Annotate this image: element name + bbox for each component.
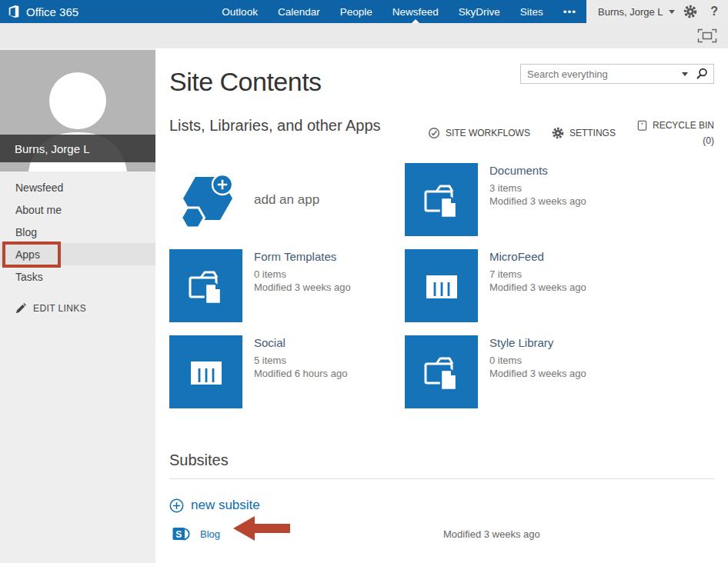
office-logo-icon — [7, 5, 21, 18]
suite-nav-label: SkyDrive — [459, 6, 500, 18]
tile-modified: Modified 3 weeks ago — [489, 282, 586, 293]
search-scope-dropdown[interactable] — [682, 72, 688, 76]
section-actions: SITE WORKFLOWS SETTINGS — [428, 117, 714, 146]
sidebar-item-about-me[interactable]: About me — [0, 198, 155, 221]
app-tile-style-library: Style Library 0 items Modified 3 weeks a… — [405, 335, 640, 408]
subsite-modified: Modified 3 weeks ago — [443, 528, 540, 540]
user-menu[interactable]: Burns, Jorge L — [598, 6, 675, 18]
recycle-bin-icon — [637, 119, 647, 132]
chevron-down-icon — [669, 10, 675, 14]
site-workflows-button[interactable]: SITE WORKFLOWS — [428, 119, 530, 146]
focus-mode-button[interactable] — [697, 28, 717, 43]
tile-modified: Modified 3 weeks ago — [489, 368, 586, 379]
add-an-app-label[interactable]: add an app — [254, 192, 319, 208]
subsite-link-blog[interactable]: Blog — [200, 528, 443, 540]
gear-icon — [683, 5, 697, 18]
documents-tile-button[interactable] — [405, 163, 478, 236]
app-tile-social: Social 5 items Modified 6 hours ago — [169, 335, 405, 408]
sidebar-item-newsfeed[interactable]: Newsfeed — [0, 176, 155, 198]
user-area: Burns, Jorge L ? — [586, 0, 728, 23]
sidebar-item-apps[interactable]: Apps — [0, 243, 155, 265]
brand-label: Office 365 — [26, 5, 78, 18]
sharepoint-logo-icon: S — [172, 526, 192, 541]
tile-modified: Modified 3 weeks ago — [254, 282, 351, 293]
site-workflows-label: SITE WORKFLOWS — [446, 128, 530, 138]
list-table-icon — [420, 265, 463, 308]
help-button[interactable]: ? — [710, 5, 718, 18]
add-an-app-tile: add an app — [169, 163, 405, 236]
form-templates-tile-button[interactable] — [169, 249, 242, 322]
tile-items-count: 0 items — [489, 355, 586, 366]
ellipsis-icon: ••• — [563, 6, 576, 18]
user-name: Burns, Jorge L — [598, 6, 663, 18]
microfeed-tile-button[interactable] — [405, 249, 478, 322]
sidebar-item-label: Tasks — [15, 271, 43, 283]
sidebar-item-blog[interactable]: Blog — [0, 221, 155, 243]
app-tile-form-templates: Form Templates 0 items Modified 3 weeks … — [169, 249, 405, 322]
social-tile-button[interactable] — [169, 335, 242, 408]
office365-brand[interactable]: Office 365 — [0, 0, 78, 23]
sidebar-user-name: Burns, Jorge L — [0, 135, 155, 162]
list-table-icon — [185, 351, 228, 394]
subsites-heading: Subsites — [169, 451, 714, 469]
subsite-row: S Blog Modified 3 weeks ago — [169, 526, 714, 541]
tile-title[interactable]: Documents — [489, 164, 586, 177]
settings-gear-button[interactable] — [683, 5, 697, 18]
suite-nav-label: People — [340, 6, 372, 18]
section-heading: Lists, Libraries, and other Apps — [169, 117, 381, 135]
plus-circle-icon — [169, 498, 184, 513]
search-input[interactable] — [527, 68, 679, 80]
page-title: Site Contents — [169, 67, 322, 97]
search-button[interactable] — [696, 68, 708, 80]
pencil-icon — [15, 303, 26, 314]
tile-title[interactable]: MicroFeed — [489, 250, 586, 263]
suite-nav: Outlook Calendar People Newsfeed SkyDriv… — [212, 0, 586, 23]
recycle-bin-count: (0) — [703, 135, 714, 146]
tile-title[interactable]: Style Library — [489, 336, 586, 349]
suite-nav-label: Calendar — [278, 6, 320, 18]
tile-items-count: 7 items — [489, 268, 586, 280]
check-circle-icon — [428, 127, 440, 139]
suite-nav-sites[interactable]: Sites — [510, 0, 553, 23]
user-avatar[interactable]: Burns, Jorge L — [0, 50, 155, 172]
gear-icon — [552, 127, 564, 139]
sidebar-item-label: Apps — [15, 248, 40, 261]
suite-nav-more[interactable]: ••• — [553, 0, 586, 23]
focus-mode-icon — [697, 28, 717, 43]
sidebar-nav: Newsfeed About me Blog Apps Tasks — [0, 176, 155, 288]
edit-links-label: EDIT LINKS — [33, 303, 86, 314]
apps-grid: add an app Documents 3 items Modified 3 … — [169, 163, 714, 408]
new-subsite-button[interactable]: new subsite — [169, 498, 714, 513]
tile-title[interactable]: Form Templates — [254, 250, 351, 263]
suite-nav-people[interactable]: People — [330, 0, 382, 23]
page-body: Burns, Jorge L Newsfeed About me Blog Ap… — [0, 48, 728, 563]
add-an-app-button[interactable] — [169, 163, 242, 236]
add-app-hexagon-icon — [175, 169, 237, 231]
tile-title[interactable]: Social — [254, 336, 347, 349]
recycle-bin-area: RECYCLE BIN (0) — [637, 119, 714, 146]
tile-items-count: 0 items — [254, 268, 351, 280]
folder-document-icon — [185, 265, 228, 308]
recycle-bin-button[interactable]: RECYCLE BIN — [637, 119, 714, 132]
folder-document-icon — [420, 351, 463, 394]
edit-links-button[interactable]: EDIT LINKS — [0, 303, 155, 314]
sidebar: Burns, Jorge L Newsfeed About me Blog Ap… — [0, 48, 155, 563]
active-tab-caret-icon — [412, 19, 419, 23]
suite-nav-calendar[interactable]: Calendar — [268, 0, 330, 23]
style-library-tile-button[interactable] — [405, 335, 478, 408]
sidebar-item-label: About me — [15, 204, 62, 216]
suite-nav-skydrive[interactable]: SkyDrive — [449, 0, 510, 23]
tile-items-count: 3 items — [489, 182, 586, 194]
suite-nav-newsfeed[interactable]: Newsfeed — [382, 0, 449, 23]
search-icon — [696, 68, 708, 80]
suite-nav-outlook[interactable]: Outlook — [212, 0, 268, 23]
tile-modified: Modified 6 hours ago — [254, 368, 347, 379]
settings-button[interactable]: SETTINGS — [552, 119, 616, 146]
sidebar-item-label: Blog — [15, 226, 37, 238]
sidebar-item-tasks[interactable]: Tasks — [0, 265, 155, 288]
tile-modified: Modified 3 weeks ago — [489, 195, 586, 207]
search-box — [520, 64, 714, 84]
tile-items-count: 5 items — [254, 355, 347, 366]
app-tile-microfeed: MicroFeed 7 items Modified 3 weeks ago — [405, 249, 640, 322]
settings-label: SETTINGS — [569, 128, 616, 138]
